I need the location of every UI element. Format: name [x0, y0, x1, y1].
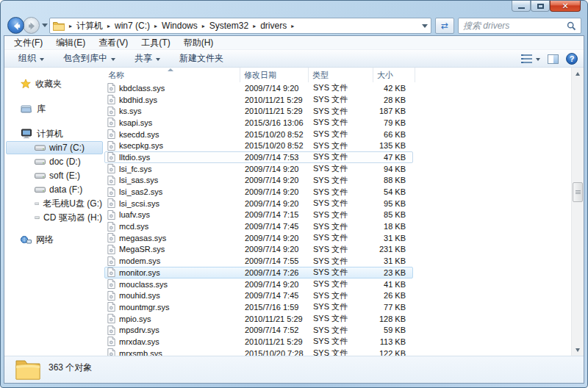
file-type-cell: SYS 文件: [309, 94, 373, 105]
back-arrow-icon: [12, 21, 21, 31]
change-view-button[interactable]: [521, 54, 540, 63]
file-size-cell: 41 KB: [373, 280, 408, 289]
sidebar-item-drive[interactable]: win7 (C:): [6, 141, 103, 154]
file-row[interactable]: ksecdd.sys 2015/10/20 8:52 SYS 文件 66 KB: [104, 129, 413, 140]
file-row[interactable]: ks.sys 2010/11/21 5:29 SYS 文件 187 KB: [104, 105, 413, 117]
file-row[interactable]: mrxsmb.sys 2015/10/20 7:28 SYS 文件 122 KB: [104, 348, 413, 356]
file-row[interactable]: mouclass.sys 2009/7/14 9:20 SYS 文件 41 KB: [104, 279, 413, 290]
breadcrumb-segment[interactable]: 计算机: [65, 20, 103, 32]
sys-file-icon: [107, 222, 115, 231]
address-bar[interactable]: 计算机 win7 (C:) Windows System32 drivers: [49, 18, 431, 34]
file-date-cell: 2009/7/14 7:26: [240, 268, 309, 277]
file-row[interactable]: kbdhid.sys 2010/11/21 5:29 SYS 文件 28 KB: [104, 94, 413, 106]
toolbar-button[interactable]: 新建文件夹: [173, 51, 230, 66]
file-size-cell: 59 KB: [373, 326, 408, 334]
help-button[interactable]: ?: [566, 53, 578, 65]
forward-button[interactable]: [23, 17, 40, 34]
sys-file-icon: [107, 152, 115, 162]
file-date-cell: 2009/7/14 9:20: [240, 84, 309, 93]
file-row[interactable]: luafv.sys 2009/7/14 7:15 SYS 文件 85 KB: [104, 209, 413, 221]
column-header-size[interactable]: 大小: [373, 68, 415, 82]
vertical-scrollbar[interactable]: [571, 68, 584, 356]
sidebar-item-computer[interactable]: 计算机: [4, 127, 104, 140]
menu-item[interactable]: 帮助(H): [177, 36, 220, 50]
back-button[interactable]: [7, 17, 24, 34]
sidebar-item-label: 计算机: [37, 128, 63, 140]
sys-file-icon: [107, 107, 115, 116]
sidebar-item-drive[interactable]: 老毛桃U盘 (G:): [6, 197, 103, 210]
command-toolbar: 组织 包含到库中 共享 新建文件夹 ?: [4, 50, 584, 68]
file-row[interactable]: mcd.sys 2009/7/14 7:45 SYS 文件 18 KB: [104, 220, 413, 232]
file-name-cell: mpsdrv.sys: [105, 326, 240, 335]
file-row[interactable]: lltdio.sys 2009/7/14 7:53 SYS 文件 47 KB: [104, 151, 413, 163]
breadcrumb-segment[interactable]: win7 (C:): [103, 21, 150, 31]
sidebar-item-libraries[interactable]: 库: [4, 102, 104, 115]
file-date-cell: 2015/10/20 7:28: [240, 349, 309, 356]
menu-item[interactable]: 编辑(E): [49, 36, 92, 50]
star-icon: [21, 79, 31, 89]
breadcrumb-segment[interactable]: Windows: [150, 21, 198, 31]
column-header-date[interactable]: 修改日期: [240, 68, 309, 82]
menu-item[interactable]: 文件(F): [7, 36, 49, 50]
menu-item[interactable]: 查看(V): [92, 36, 135, 50]
file-name-cell: luafv.sys: [105, 210, 240, 220]
sidebar-item-drive[interactable]: data (F:): [6, 183, 103, 196]
recent-pages-dropdown[interactable]: [42, 24, 48, 27]
toolbar-button[interactable]: 组织: [12, 51, 51, 66]
file-row[interactable]: mpsdrv.sys 2009/7/14 7:52 SYS 文件 59 KB: [104, 324, 413, 336]
file-date-cell: 2009/7/14 9:20: [240, 234, 309, 242]
file-row[interactable]: kbdclass.sys 2009/7/14 9:20 SYS 文件 42 KB: [104, 82, 413, 94]
file-row[interactable]: lsi_sas.sys 2009/7/14 9:20 SYS 文件 88 KB: [104, 175, 413, 187]
file-row[interactable]: megasas.sys 2009/7/14 9:20 SYS 文件 31 KB: [104, 232, 413, 244]
file-row[interactable]: mouhid.sys 2009/7/14 7:45 SYS 文件 26 KB: [104, 290, 413, 301]
toolbar-button[interactable]: 共享: [128, 51, 167, 66]
toolbar-button[interactable]: 包含到库中: [57, 51, 122, 66]
file-size-cell: 77 KB: [373, 303, 408, 312]
file-name-cell: mrxsmb.sys: [105, 348, 240, 356]
breadcrumb-segment[interactable]: drivers: [248, 21, 287, 31]
file-row[interactable]: lsi_sas2.sys 2009/7/14 9:20 SYS 文件 54 KB: [104, 186, 413, 198]
sys-file-icon: [107, 198, 115, 208]
menu-item[interactable]: 工具(T): [135, 36, 176, 50]
sidebar-item-favorites[interactable]: 收藏夹: [4, 77, 104, 90]
breadcrumb-segment[interactable]: System32: [198, 21, 248, 31]
file-row[interactable]: ksapi.sys 2015/3/16 13:06 SYS 文件 79 KB: [104, 117, 413, 129]
file-type-cell: SYS 文件: [309, 117, 373, 128]
search-icon: [567, 21, 576, 31]
file-row[interactable]: lsi_scsi.sys 2009/7/14 9:20 SYS 文件 95 KB: [104, 198, 413, 209]
file-size-cell: 88 KB: [373, 176, 408, 184]
file-type-cell: SYS 文件: [309, 221, 373, 232]
drive-icon: [35, 172, 46, 179]
minimize-button[interactable]: [512, 1, 531, 12]
address-dropdown-icon[interactable]: [422, 24, 428, 28]
file-type-cell: SYS 文件: [309, 175, 373, 186]
sys-file-icon: [107, 256, 115, 266]
sidebar-item-network[interactable]: 网络: [4, 233, 104, 246]
sort-ascending-icon: [168, 68, 173, 71]
scrollbar-thumb[interactable]: [573, 182, 583, 202]
sidebar-item-drive[interactable]: CD 驱动器 (H:): [6, 211, 103, 224]
file-row[interactable]: ksecpkg.sys 2015/10/20 8:52 SYS 文件 135 K…: [104, 140, 413, 151]
file-date-cell: 2015/7/16 1:59: [240, 303, 309, 312]
column-header-type[interactable]: 类型: [309, 68, 373, 82]
file-row[interactable]: lsi_fc.sys 2009/7/14 9:20 SYS 文件 94 KB: [104, 163, 413, 175]
file-name-cell: mouhid.sys: [105, 291, 240, 301]
sidebar-item-drive[interactable]: soft (E:): [6, 169, 103, 182]
scroll-up-button[interactable]: [572, 68, 584, 79]
scroll-down-button[interactable]: [572, 344, 584, 356]
preview-pane-button[interactable]: [548, 54, 559, 64]
file-row[interactable]: mountmgr.sys 2015/7/16 1:59 SYS 文件 77 KB: [104, 301, 413, 313]
sidebar-item-drive[interactable]: doc (D:): [6, 155, 103, 168]
file-row[interactable]: mpio.sys 2010/11/21 5:29 SYS 文件 128 KB: [104, 313, 413, 325]
file-row[interactable]: modem.sys 2009/7/14 7:55 SYS 文件 31 KB: [104, 255, 413, 267]
file-list-pane: 名称 修改日期 类型 大小 kbdclass.sys 2009/7/14 9:2…: [104, 68, 571, 356]
search-box[interactable]: 搜索 drivers: [458, 18, 581, 34]
file-row[interactable]: monitor.sys 2009/7/14 7:26 SYS 文件 23 KB: [104, 267, 413, 279]
file-row[interactable]: MegaSR.sys 2009/7/14 9:20 SYS 文件 231 KB: [104, 244, 413, 256]
sys-file-icon: [107, 337, 115, 346]
file-row[interactable]: mrxdav.sys 2010/11/21 5:29 SYS 文件 113 KB: [104, 336, 413, 348]
refresh-button[interactable]: ⇄: [435, 18, 454, 34]
close-button[interactable]: ✕: [550, 1, 581, 12]
sys-file-icon: [107, 141, 115, 151]
maximize-button[interactable]: [531, 1, 550, 12]
